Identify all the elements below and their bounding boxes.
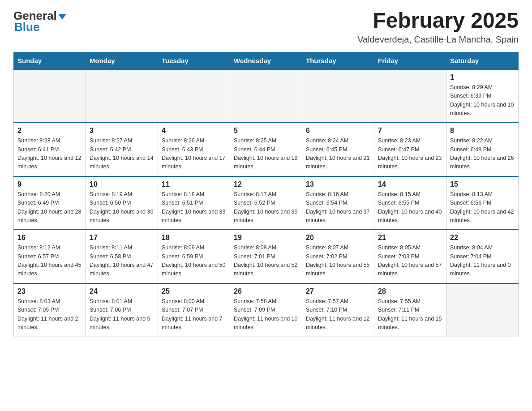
- calendar-table: SundayMondayTuesdayWednesdayThursdayFrid…: [13, 52, 519, 337]
- calendar-header-row: SundayMondayTuesdayWednesdayThursdayFrid…: [14, 52, 519, 69]
- calendar-week-row: 2Sunrise: 8:28 AMSunset: 6:41 PMDaylight…: [14, 123, 519, 176]
- calendar-day-cell: 16Sunrise: 8:12 AMSunset: 6:57 PMDayligh…: [14, 230, 86, 283]
- day-number: 14: [378, 180, 442, 188]
- calendar-week-row: 16Sunrise: 8:12 AMSunset: 6:57 PMDayligh…: [14, 230, 519, 283]
- calendar-day-cell: 2Sunrise: 8:28 AMSunset: 6:41 PMDaylight…: [14, 123, 86, 176]
- day-number: 21: [378, 234, 442, 242]
- calendar-dow-header: Monday: [86, 52, 158, 69]
- calendar-day-cell: 7Sunrise: 8:23 AMSunset: 6:47 PMDaylight…: [374, 123, 446, 176]
- day-info: Sunrise: 8:01 AMSunset: 7:06 PMDaylight:…: [90, 297, 154, 332]
- day-number: 23: [17, 287, 82, 295]
- day-info: Sunrise: 8:05 AMSunset: 7:03 PMDaylight:…: [378, 244, 442, 278]
- day-info: Sunrise: 8:18 AMSunset: 6:51 PMDaylight:…: [162, 190, 226, 225]
- calendar-day-cell: 20Sunrise: 8:07 AMSunset: 7:02 PMDayligh…: [302, 230, 374, 283]
- calendar-day-cell: 8Sunrise: 8:22 AMSunset: 6:48 PMDaylight…: [446, 123, 519, 176]
- calendar-day-cell: 10Sunrise: 8:19 AMSunset: 6:50 PMDayligh…: [86, 176, 158, 230]
- calendar-day-cell: 28Sunrise: 7:55 AMSunset: 7:11 PMDayligh…: [374, 283, 446, 337]
- calendar-day-cell: [446, 283, 519, 337]
- day-info: Sunrise: 8:00 AMSunset: 7:07 PMDaylight:…: [162, 297, 226, 332]
- day-number: 4: [162, 127, 226, 135]
- day-info: Sunrise: 8:04 AMSunset: 7:04 PMDaylight:…: [450, 244, 515, 278]
- day-number: 18: [162, 234, 226, 242]
- day-number: 15: [450, 180, 515, 188]
- day-number: 22: [450, 234, 515, 242]
- day-info: Sunrise: 8:20 AMSunset: 6:49 PMDaylight:…: [17, 190, 82, 225]
- day-info: Sunrise: 8:28 AMSunset: 6:41 PMDaylight:…: [17, 137, 82, 171]
- logo-triangle-icon: [58, 14, 66, 20]
- calendar-day-cell: 5Sunrise: 8:25 AMSunset: 6:44 PMDaylight…: [230, 123, 302, 176]
- calendar-dow-header: Tuesday: [158, 52, 230, 69]
- day-number: 17: [90, 234, 154, 242]
- calendar-day-cell: [86, 69, 158, 123]
- day-info: Sunrise: 8:09 AMSunset: 6:59 PMDaylight:…: [162, 244, 226, 278]
- title-block: February 2025 Valdeverdeja, Castille-La …: [357, 9, 519, 45]
- calendar-dow-header: Sunday: [14, 52, 86, 69]
- day-number: 2: [17, 127, 82, 135]
- page-header: General Blue February 2025 Valdeverdeja,…: [13, 9, 519, 45]
- day-info: Sunrise: 8:26 AMSunset: 6:43 PMDaylight:…: [162, 137, 226, 171]
- day-info: Sunrise: 8:17 AMSunset: 6:52 PMDaylight:…: [234, 190, 298, 225]
- month-title: February 2025: [357, 9, 519, 33]
- calendar-day-cell: 18Sunrise: 8:09 AMSunset: 6:59 PMDayligh…: [158, 230, 230, 283]
- calendar-day-cell: 13Sunrise: 8:16 AMSunset: 6:54 PMDayligh…: [302, 176, 374, 230]
- day-info: Sunrise: 7:55 AMSunset: 7:11 PMDaylight:…: [378, 297, 442, 332]
- day-number: 28: [378, 287, 442, 295]
- calendar-day-cell: 15Sunrise: 8:13 AMSunset: 6:56 PMDayligh…: [446, 176, 519, 230]
- calendar-day-cell: 6Sunrise: 8:24 AMSunset: 6:45 PMDaylight…: [302, 123, 374, 176]
- calendar-day-cell: 27Sunrise: 7:57 AMSunset: 7:10 PMDayligh…: [302, 283, 374, 337]
- day-info: Sunrise: 8:29 AMSunset: 6:39 PMDaylight:…: [450, 83, 515, 118]
- day-info: Sunrise: 8:07 AMSunset: 7:02 PMDaylight:…: [306, 244, 370, 278]
- day-info: Sunrise: 8:15 AMSunset: 6:55 PMDaylight:…: [378, 190, 442, 225]
- day-info: Sunrise: 8:19 AMSunset: 6:50 PMDaylight:…: [90, 190, 154, 225]
- day-info: Sunrise: 8:08 AMSunset: 7:01 PMDaylight:…: [234, 244, 298, 278]
- calendar-day-cell: [374, 69, 446, 123]
- day-info: Sunrise: 8:27 AMSunset: 6:42 PMDaylight:…: [90, 137, 154, 171]
- calendar-day-cell: 19Sunrise: 8:08 AMSunset: 7:01 PMDayligh…: [230, 230, 302, 283]
- day-info: Sunrise: 8:25 AMSunset: 6:44 PMDaylight:…: [234, 137, 298, 171]
- day-number: 24: [90, 287, 154, 295]
- day-info: Sunrise: 8:11 AMSunset: 6:58 PMDaylight:…: [90, 244, 154, 278]
- day-number: 11: [162, 180, 226, 188]
- day-number: 16: [17, 234, 82, 242]
- day-number: 9: [17, 180, 82, 188]
- logo-blue-text: Blue: [14, 20, 39, 34]
- location-title: Valdeverdeja, Castille-La Mancha, Spain: [357, 34, 519, 45]
- calendar-week-row: 9Sunrise: 8:20 AMSunset: 6:49 PMDaylight…: [14, 176, 519, 230]
- calendar-dow-header: Wednesday: [230, 52, 302, 69]
- day-number: 7: [378, 127, 442, 135]
- day-info: Sunrise: 8:23 AMSunset: 6:47 PMDaylight:…: [378, 137, 442, 171]
- calendar-day-cell: [302, 69, 374, 123]
- calendar-day-cell: 26Sunrise: 7:58 AMSunset: 7:09 PMDayligh…: [230, 283, 302, 337]
- day-number: 25: [162, 287, 226, 295]
- calendar-day-cell: 24Sunrise: 8:01 AMSunset: 7:06 PMDayligh…: [86, 283, 158, 337]
- calendar-week-row: 1Sunrise: 8:29 AMSunset: 6:39 PMDaylight…: [14, 69, 519, 123]
- day-info: Sunrise: 8:03 AMSunset: 7:05 PMDaylight:…: [17, 297, 82, 332]
- calendar-day-cell: 23Sunrise: 8:03 AMSunset: 7:05 PMDayligh…: [14, 283, 86, 337]
- calendar-day-cell: 14Sunrise: 8:15 AMSunset: 6:55 PMDayligh…: [374, 176, 446, 230]
- day-info: Sunrise: 7:57 AMSunset: 7:10 PMDaylight:…: [306, 297, 370, 332]
- calendar-day-cell: 9Sunrise: 8:20 AMSunset: 6:49 PMDaylight…: [14, 176, 86, 230]
- day-number: 6: [306, 127, 370, 135]
- day-number: 20: [306, 234, 370, 242]
- calendar-day-cell: 21Sunrise: 8:05 AMSunset: 7:03 PMDayligh…: [374, 230, 446, 283]
- calendar-dow-header: Thursday: [302, 52, 374, 69]
- calendar-day-cell: 12Sunrise: 8:17 AMSunset: 6:52 PMDayligh…: [230, 176, 302, 230]
- day-info: Sunrise: 8:13 AMSunset: 6:56 PMDaylight:…: [450, 190, 515, 225]
- day-info: Sunrise: 8:22 AMSunset: 6:48 PMDaylight:…: [450, 137, 515, 171]
- calendar-dow-header: Friday: [374, 52, 446, 69]
- calendar-day-cell: 1Sunrise: 8:29 AMSunset: 6:39 PMDaylight…: [446, 69, 519, 123]
- day-number: 13: [306, 180, 370, 188]
- day-number: 27: [306, 287, 370, 295]
- calendar-dow-header: Saturday: [446, 52, 519, 69]
- calendar-day-cell: [158, 69, 230, 123]
- calendar-day-cell: [230, 69, 302, 123]
- day-info: Sunrise: 8:16 AMSunset: 6:54 PMDaylight:…: [306, 190, 370, 225]
- day-number: 3: [90, 127, 154, 135]
- day-number: 12: [234, 180, 298, 188]
- day-number: 1: [450, 73, 515, 81]
- calendar-day-cell: 25Sunrise: 8:00 AMSunset: 7:07 PMDayligh…: [158, 283, 230, 337]
- day-info: Sunrise: 8:12 AMSunset: 6:57 PMDaylight:…: [17, 244, 82, 278]
- calendar-day-cell: [14, 69, 86, 123]
- day-number: 19: [234, 234, 298, 242]
- day-number: 26: [234, 287, 298, 295]
